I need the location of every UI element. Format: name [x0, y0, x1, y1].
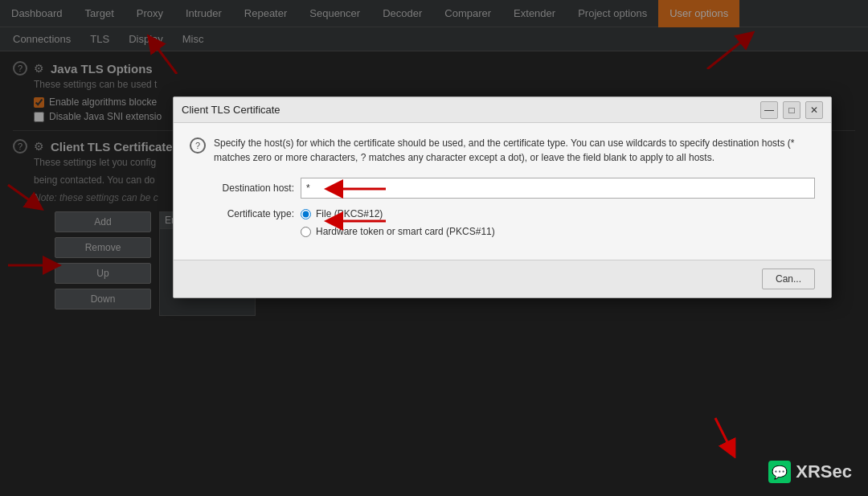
modal-desc-text: Specify the host(s) for which the certif… — [214, 136, 815, 165]
modal-help-icon: ? — [190, 137, 206, 154]
modal-titlebar: Client TLS Certificate — □ ✕ — [174, 97, 831, 123]
client-tls-modal: Client TLS Certificate — □ ✕ ? Specify t… — [173, 96, 832, 298]
radio-file-pkcs12-input[interactable] — [301, 209, 311, 219]
radio-file-pkcs12: File (PKCS#12) — [301, 208, 495, 219]
destination-host-row: Destination host: — [190, 178, 815, 199]
modal-body: ? Specify the host(s) for which the cert… — [174, 123, 831, 260]
radio-hardware-token: Hardware token or smart card (PKCS#11) — [301, 226, 495, 237]
certificate-type-label: Certificate type: — [190, 208, 294, 219]
wechat-icon: 💬 — [768, 461, 791, 483]
radio-hardware-token-label: Hardware token or smart card (PKCS#11) — [316, 226, 495, 237]
destination-host-label: Destination host: — [190, 182, 294, 194]
minimize-button[interactable]: — — [760, 101, 778, 119]
modal-footer: Can... — [174, 260, 831, 297]
cancel-button[interactable]: Can... — [762, 268, 815, 289]
radio-hardware-token-input[interactable] — [301, 227, 311, 237]
certificate-type-row: Certificate type: File (PKCS#12) Hardwar… — [190, 208, 815, 237]
modal-description: ? Specify the host(s) for which the cert… — [190, 136, 815, 165]
radio-file-pkcs12-label: File (PKCS#12) — [316, 208, 383, 219]
maximize-button[interactable]: □ — [783, 101, 800, 119]
modal-title: Client TLS Certificate — [182, 104, 280, 116]
modal-window-controls: — □ ✕ — [760, 101, 823, 119]
close-button[interactable]: ✕ — [805, 101, 823, 119]
watermark-text: XRSec — [796, 461, 852, 482]
watermark: 💬 XRSec — [768, 461, 852, 483]
destination-host-input[interactable] — [301, 178, 815, 199]
certificate-type-radio-group: File (PKCS#12) Hardware token or smart c… — [301, 208, 495, 237]
